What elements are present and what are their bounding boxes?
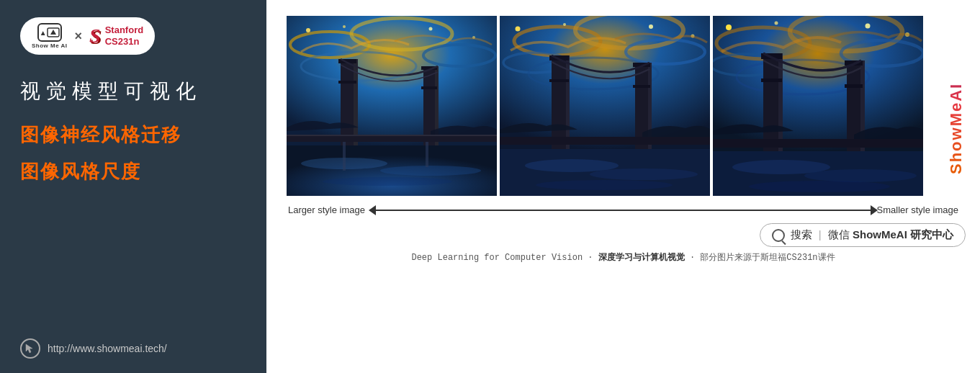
svg-point-39 bbox=[590, 168, 698, 180]
main-title: 视觉模型可视化 bbox=[20, 78, 246, 105]
svg-rect-46 bbox=[549, 79, 569, 82]
svg-point-57 bbox=[775, 22, 778, 25]
showmeai-label: Show Me AI bbox=[32, 42, 68, 49]
svg-point-9 bbox=[429, 27, 433, 31]
svg-point-40 bbox=[536, 180, 673, 190]
svg-point-35 bbox=[649, 24, 653, 29]
svg-rect-71 bbox=[845, 84, 863, 88]
svg-rect-41 bbox=[552, 55, 566, 149]
svg-point-56 bbox=[726, 24, 732, 30]
svg-point-38 bbox=[525, 159, 619, 172]
logo-badge: Show Me AI × S Stanford CS231n bbox=[20, 17, 155, 55]
arrow-section: Larger style image Smaller style image bbox=[266, 196, 980, 217]
subtitle-neural-style: 图像神经风格迁移 bbox=[20, 122, 246, 148]
arrow-line bbox=[374, 203, 872, 217]
svg-rect-48 bbox=[633, 85, 650, 88]
subtitle-style-scale: 图像风格尺度 bbox=[20, 159, 246, 184]
svg-marker-1 bbox=[50, 30, 56, 35]
footer-text: Deep Learning for Computer Vision · 深度学习… bbox=[266, 247, 980, 269]
arrow-right-head bbox=[871, 205, 878, 215]
search-bar[interactable]: 搜索 | 微信 ShowMeAI 研究中心 bbox=[760, 223, 966, 247]
website-url: http://www.showmeai.tech/ bbox=[48, 343, 167, 354]
search-area: 搜索 | 微信 ShowMeAI 研究中心 bbox=[266, 217, 980, 247]
svg-rect-72 bbox=[713, 139, 923, 148]
svg-point-34 bbox=[563, 23, 566, 26]
svg-point-14 bbox=[323, 177, 452, 186]
arrow-label-left: Larger style image bbox=[288, 204, 374, 217]
right-panel: ShowMeAI Larger style image Smaller styl… bbox=[266, 0, 980, 373]
svg-point-63 bbox=[749, 181, 890, 192]
svg-rect-49 bbox=[500, 137, 710, 145]
images-row: ShowMeAI bbox=[287, 16, 960, 196]
arrow-label-right: Smaller style image bbox=[872, 204, 958, 217]
stanford-course: CS231n bbox=[105, 36, 143, 48]
bridge-image-2 bbox=[500, 16, 710, 196]
link-icon bbox=[20, 338, 40, 359]
images-section: ShowMeAI bbox=[266, 0, 980, 196]
bridge-image-1 bbox=[287, 16, 497, 196]
svg-rect-69 bbox=[761, 78, 782, 82]
left-panel: Show Me AI × S Stanford CS231n 视觉模型可视化 图… bbox=[0, 0, 266, 373]
svg-point-8 bbox=[343, 25, 346, 28]
arrow-left-head bbox=[369, 205, 376, 215]
svg-rect-24 bbox=[287, 135, 497, 136]
svg-rect-25 bbox=[343, 142, 346, 171]
showmeai-logo: Show Me AI bbox=[32, 23, 68, 49]
showmeai-icon bbox=[37, 23, 62, 42]
search-icon bbox=[772, 229, 785, 242]
watermark: ShowMeAI bbox=[947, 30, 966, 174]
svg-point-62 bbox=[804, 169, 917, 182]
svg-rect-20 bbox=[338, 81, 356, 84]
svg-rect-22 bbox=[421, 86, 437, 89]
stanford-s-letter: S bbox=[89, 26, 101, 46]
stanford-name: Stanford bbox=[105, 24, 143, 36]
svg-point-33 bbox=[516, 27, 521, 32]
svg-point-13 bbox=[380, 166, 481, 176]
cross-symbol: × bbox=[75, 29, 83, 44]
svg-rect-15 bbox=[341, 59, 354, 145]
svg-point-58 bbox=[866, 24, 871, 29]
svg-rect-64 bbox=[763, 53, 778, 151]
bridge-image-3 bbox=[713, 16, 923, 196]
svg-rect-26 bbox=[426, 142, 428, 167]
search-label: 搜索 | 微信 ShowMeAI 研究中心 bbox=[791, 228, 953, 242]
stanford-label: Stanford CS231n bbox=[105, 24, 143, 47]
stanford-logo: S Stanford CS231n bbox=[89, 24, 143, 47]
svg-point-7 bbox=[306, 28, 310, 32]
footer-link[interactable]: http://www.showmeai.tech/ bbox=[20, 338, 246, 359]
